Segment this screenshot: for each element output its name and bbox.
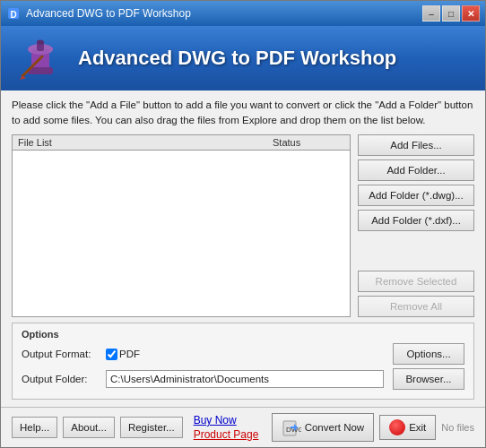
output-format-checkbox-group: PDF xyxy=(106,349,140,360)
remove-all-button[interactable]: Remove All xyxy=(358,296,474,317)
right-buttons-panel: Add Files... Add Folder... Add Folder (*… xyxy=(358,134,474,318)
header-banner: Advanced DWG to PDF Workshop xyxy=(1,26,485,90)
file-list-header: File List Status xyxy=(13,135,350,151)
file-list-body xyxy=(13,151,350,240)
options-title: Options xyxy=(22,329,464,340)
add-files-button[interactable]: Add Files... xyxy=(358,134,474,156)
maximize-button[interactable]: □ xyxy=(442,5,460,22)
header-title: Advanced DWG to PDF Workshop xyxy=(78,47,396,70)
svg-point-7 xyxy=(37,40,44,45)
about-button[interactable]: About... xyxy=(63,417,115,438)
bottom-bar: Help... About... Register... Buy Now Pro… xyxy=(1,407,485,447)
options-button[interactable]: Options... xyxy=(393,343,464,365)
file-list-container: File List Status xyxy=(12,134,351,318)
remove-selected-button[interactable]: Remove Selected xyxy=(358,271,474,292)
output-folder-row: Output Folder: Browser... xyxy=(22,368,464,390)
svg-text:D: D xyxy=(10,10,16,20)
output-format-value: PDF xyxy=(119,349,140,359)
file-list-col-name: File List xyxy=(18,137,273,148)
output-format-row: Output Format: PDF Options... xyxy=(22,343,464,365)
file-list-box[interactable]: File List Status xyxy=(12,134,351,318)
header-logo xyxy=(15,33,65,83)
exit-icon xyxy=(389,419,405,435)
bottom-right-buttons: DWG Convert Now Exit No files xyxy=(272,413,474,442)
output-folder-input[interactable] xyxy=(106,370,384,388)
bottom-left-buttons: Help... About... Register... xyxy=(12,417,183,438)
main-window: D Advanced DWG to PDF Workshop – □ ✕ xyxy=(0,0,486,448)
svg-marker-9 xyxy=(20,76,26,80)
main-content: Please click the "Add a File" button to … xyxy=(1,90,485,407)
add-folder-dxf-button[interactable]: Add Folder (*.dxf)... xyxy=(358,210,474,231)
exit-button[interactable]: Exit xyxy=(379,415,436,440)
output-format-label: Output Format: xyxy=(22,349,102,359)
convert-icon: DWG xyxy=(282,418,301,437)
file-list-col-status: Status xyxy=(273,137,344,148)
convert-now-label: Convert Now xyxy=(305,422,364,433)
options-section: Options Output Format: PDF Options... Ou… xyxy=(12,323,474,400)
minimize-button[interactable]: – xyxy=(422,5,440,22)
output-folder-label: Output Folder: xyxy=(22,374,102,384)
help-button[interactable]: Help... xyxy=(12,417,57,438)
output-format-checkbox[interactable] xyxy=(106,349,117,360)
add-folder-dwg-button[interactable]: Add Folder (*.dwg)... xyxy=(358,185,474,206)
product-page-link[interactable]: Product Page xyxy=(194,428,259,441)
file-area: File List Status Add Files... Add Folder… xyxy=(12,134,474,318)
browser-button[interactable]: Browser... xyxy=(393,368,464,390)
add-folder-button[interactable]: Add Folder... xyxy=(358,159,474,181)
buy-now-link[interactable]: Buy Now xyxy=(194,414,259,426)
close-button[interactable]: ✕ xyxy=(462,5,480,22)
exit-label: Exit xyxy=(409,422,426,433)
app-icon: D xyxy=(6,6,21,21)
register-button[interactable]: Register... xyxy=(120,417,183,438)
convert-now-button[interactable]: DWG Convert Now xyxy=(272,413,374,442)
title-bar: D Advanced DWG to PDF Workshop – □ ✕ xyxy=(1,1,485,26)
title-bar-buttons: – □ ✕ xyxy=(422,5,480,22)
no-files-status: No files xyxy=(441,422,474,433)
description-text: Please click the "Add a File" button to … xyxy=(12,98,474,129)
title-bar-text: Advanced DWG to PDF Workshop xyxy=(26,7,422,20)
